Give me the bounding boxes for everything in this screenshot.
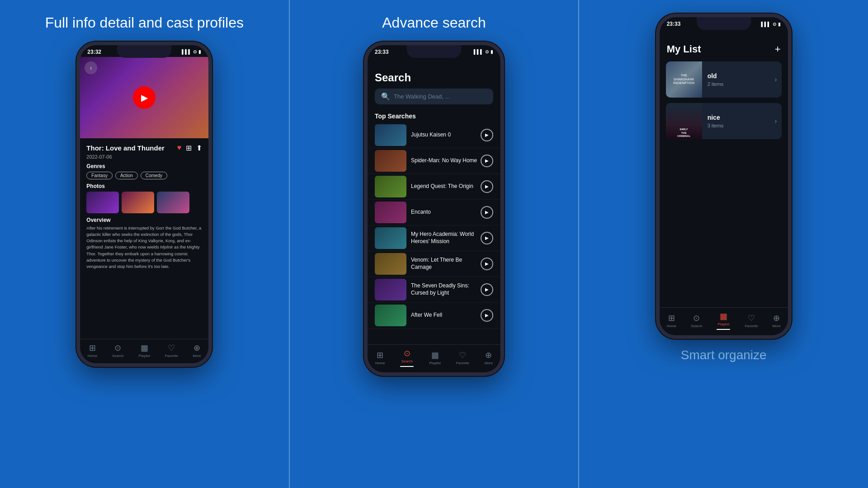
nav-search-label-1: Search	[112, 354, 123, 358]
list-card-thumb-2: EMILYTHECRIMINAL	[666, 103, 702, 139]
nav-favorite-1[interactable]: ♡ Favorite	[165, 343, 178, 358]
nav-playlist-3[interactable]: ▦ Playlist	[717, 311, 730, 330]
battery-icon-2: ▮	[491, 49, 493, 54]
search-thumb-2	[375, 150, 406, 172]
signal-icon-2: ▌▌▌	[474, 49, 483, 54]
nav-home-2[interactable]: ⊞ Home	[375, 350, 385, 365]
search-item-title-5: My Hero Academia: World Heroes' Mission	[411, 231, 481, 245]
nav-more-1[interactable]: ⊕ More	[193, 343, 201, 358]
nav-favorite-label-2: Favorite	[456, 361, 469, 365]
nav-playlist-2[interactable]: ▦ Playlist	[429, 350, 440, 365]
nav-more-2[interactable]: ⊕ More	[485, 350, 493, 365]
phone-frame-list: 23:33 ▌▌▌ ⊙ ▮ My List + THESHAWSHANKREDE…	[656, 14, 792, 339]
nav-home-1[interactable]: ⊞ Home	[88, 343, 97, 358]
nav-search-label-3: Search	[691, 324, 702, 328]
share-icon[interactable]: ⬆	[196, 144, 202, 152]
search-thumb-5	[375, 227, 406, 249]
favorite-icon[interactable]: ♥	[177, 144, 182, 152]
search-thumb-8	[375, 305, 406, 326]
search-item-title-8: After We Fell	[411, 312, 481, 319]
genre-fantasy[interactable]: Fantasy	[86, 172, 113, 179]
playlist-icon-3: ▦	[720, 311, 727, 321]
detail-content: Thor: Love and Thunder ♥ ⊞ ⬆ 2022-07-06 …	[80, 138, 208, 339]
overview-label: Overview	[86, 217, 202, 223]
search-item-8[interactable]: After We Fell ▶	[368, 303, 500, 328]
play-circle-8[interactable]: ▶	[481, 309, 493, 322]
play-circle-4[interactable]: ▶	[481, 206, 493, 219]
battery-icon: ▮	[198, 49, 201, 54]
top-searches-label: Top Searches	[368, 109, 500, 122]
play-circle-3[interactable]: ▶	[481, 180, 493, 193]
search-item-5[interactable]: My Hero Academia: World Heroes' Mission …	[368, 225, 500, 251]
list-card-old[interactable]: THESHAWSHANKREDEMPTION old 2 items ›	[666, 61, 782, 98]
add-list-button[interactable]: +	[775, 43, 781, 55]
nav-playlist-label-1: Playlist	[138, 354, 150, 358]
mylist-header: My List +	[660, 29, 788, 61]
search-item-6[interactable]: Venom: Let There Be Carnage ▶	[368, 251, 500, 277]
hero-image: ‹ ▶	[80, 57, 208, 138]
search-input-wrap[interactable]: 🔍 The Walking Dead, ...	[375, 89, 493, 104]
home-icon-1: ⊞	[89, 343, 96, 353]
nav-home-3[interactable]: ⊞ Home	[667, 313, 676, 328]
nav-favorite-label-1: Favorite	[165, 354, 178, 358]
add-list-icon[interactable]: ⊞	[186, 144, 192, 152]
list-card-thumb-1: THESHAWSHANKREDEMPTION	[666, 61, 702, 98]
photo-thumb-1[interactable]	[86, 192, 119, 213]
movie-title: Thor: Love and Thunder	[86, 144, 165, 152]
genres-list: Fantasy Action Comedy	[86, 172, 202, 179]
playlist-icon-2: ▦	[431, 350, 439, 360]
battery-icon-3: ▮	[778, 22, 781, 27]
search-item-4[interactable]: Encanto ▶	[368, 200, 500, 225]
nav-search-1[interactable]: ⊙ Search	[112, 343, 123, 358]
list-card-name-1: old	[708, 72, 769, 80]
overview-text: After his retirement is interrupted by G…	[86, 225, 202, 270]
wifi-icon: ⊙	[193, 49, 197, 54]
photo-thumb-2[interactable]	[122, 192, 154, 213]
nav-more-label-1: More	[193, 354, 201, 358]
status-bar-1: 23:32 ▌▌▌ ⊙ ▮	[80, 45, 208, 57]
panel3-title: Smart organize	[681, 348, 767, 362]
search-thumb-3	[375, 176, 406, 197]
nav-search-3[interactable]: ⊙ Search	[691, 313, 702, 328]
search-magnifier-icon: 🔍	[381, 92, 390, 101]
more-icon-1: ⊕	[193, 343, 200, 353]
genre-action[interactable]: Action	[115, 172, 138, 179]
nav-favorite-2[interactable]: ♡ Favorite	[456, 350, 469, 365]
status-icons-2: ▌▌▌ ⊙ ▮	[474, 49, 493, 54]
panel-mylist: 23:33 ▌▌▌ ⊙ ▮ My List + THESHAWSHANKREDE…	[579, 0, 868, 488]
panel1-title: Full info detail and cast profiles	[45, 14, 244, 33]
search-icon-2: ⊙	[404, 348, 410, 358]
play-circle-6[interactable]: ▶	[481, 258, 493, 270]
search-item-2[interactable]: Spider-Man: No Way Home ▶	[368, 148, 500, 174]
list-card-nice[interactable]: EMILYTHECRIMINAL nice 3 items ›	[666, 103, 782, 139]
nav-favorite-3[interactable]: ♡ Favorite	[745, 313, 758, 328]
search-item-title-6: Venom: Let There Be Carnage	[411, 257, 481, 271]
bottom-nav-1: ⊞ Home ⊙ Search ▦ Playlist ♡ Favorite ⊕	[80, 339, 208, 363]
photos-row	[86, 192, 202, 213]
nav-search-2[interactable]: ⊙ Search	[400, 348, 414, 367]
play-circle-5[interactable]: ▶	[481, 232, 493, 244]
wifi-icon-2: ⊙	[485, 49, 489, 54]
play-circle-7[interactable]: ▶	[481, 283, 493, 296]
home-icon-2: ⊞	[377, 350, 383, 360]
photos-label: Photos	[86, 183, 202, 189]
shawshank-label: THESHAWSHANKREDEMPTION	[671, 72, 696, 87]
photo-thumb-3[interactable]	[157, 192, 189, 213]
nav-home-label-1: Home	[88, 354, 97, 358]
list-items: THESHAWSHANKREDEMPTION old 2 items › EMI…	[660, 61, 788, 307]
wifi-icon-3: ⊙	[773, 22, 776, 27]
bottom-nav-3: ⊞ Home ⊙ Search ▦ Playlist ♡ Favorite	[660, 307, 788, 335]
play-circle-2[interactable]: ▶	[481, 155, 493, 167]
genre-comedy[interactable]: Comedy	[141, 172, 167, 179]
search-item-7[interactable]: The Seven Deadly Sins: Cursed by Light ▶	[368, 277, 500, 303]
status-bar-3: 23:33 ▌▌▌ ⊙ ▮	[660, 17, 788, 29]
nav-playlist-1[interactable]: ▦ Playlist	[138, 343, 150, 358]
search-item-1[interactable]: Jujutsu Kaisen 0 ▶	[368, 122, 500, 148]
nav-favorite-label-3: Favorite	[745, 324, 758, 328]
search-item-3[interactable]: Legend Quest: The Origin ▶	[368, 174, 500, 200]
nav-more-3[interactable]: ⊕ More	[772, 313, 780, 328]
signal-icon: ▌▌▌	[182, 49, 191, 54]
play-button-hero[interactable]: ▶	[133, 86, 156, 109]
more-icon-3: ⊕	[773, 313, 780, 323]
play-circle-1[interactable]: ▶	[481, 129, 493, 141]
